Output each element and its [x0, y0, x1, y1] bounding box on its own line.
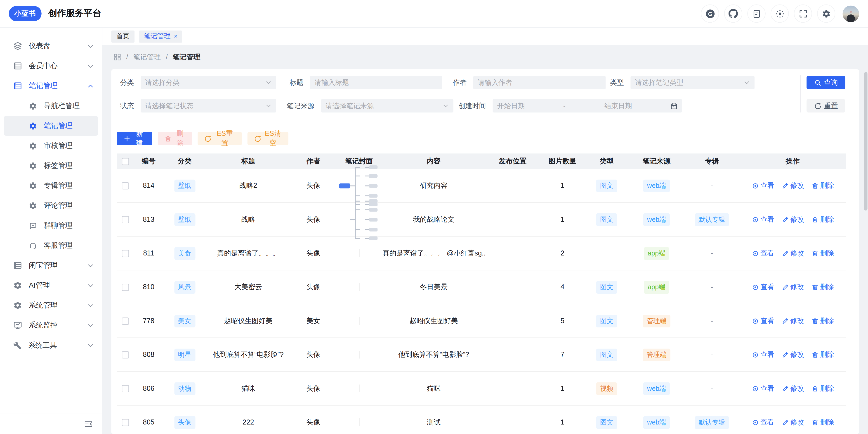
room-photo-thumbnail[interactable] [359, 249, 360, 257]
sidebar-item-navbar-management[interactable]: 导航栏管理 [4, 96, 98, 116]
sidebar-item-dashboard[interactable]: 仪表盘 [0, 36, 102, 56]
document-icon[interactable] [747, 4, 766, 23]
status-select[interactable]: 请选择笔记状态 [141, 99, 276, 112]
sidebar-item-comment-management[interactable]: 评论管理 [4, 196, 98, 215]
sidebar-item-system-management[interactable]: 系统管理 [0, 295, 102, 315]
es-reset-button[interactable]: ES重置 [197, 132, 242, 145]
edit-link[interactable]: 修改 [781, 215, 804, 224]
reset-button[interactable]: 重置 [807, 99, 845, 112]
trash-icon [811, 216, 818, 223]
view-link[interactable]: 查看 [751, 181, 774, 191]
cell-id: 811 [133, 249, 164, 257]
author-input[interactable] [473, 76, 606, 89]
view-link[interactable]: 查看 [751, 350, 774, 359]
row-checkbox[interactable] [122, 419, 129, 426]
title-input[interactable] [310, 76, 442, 89]
row-checkbox[interactable] [122, 182, 129, 190]
search-button[interactable]: 查询 [807, 76, 845, 89]
cell-title: 222 [206, 418, 291, 426]
chevron-down-icon [265, 79, 272, 86]
pencil-icon [781, 250, 789, 257]
landscape-photo-thumbnail[interactable] [359, 283, 360, 291]
category-badge: 壁纸 [174, 179, 195, 192]
view-link[interactable]: 查看 [751, 417, 774, 427]
cell-title: 战略2 [206, 181, 291, 191]
edit-link[interactable]: 修改 [781, 282, 804, 292]
trash-icon [164, 135, 172, 142]
view-link[interactable]: 查看 [751, 215, 774, 224]
row-checkbox[interactable] [122, 385, 129, 393]
park-photo-thumbnail[interactable] [359, 418, 360, 426]
collapse-sidebar-icon[interactable] [84, 419, 93, 428]
row-checkbox[interactable] [122, 317, 129, 325]
delete-link[interactable]: 删除 [811, 384, 834, 393]
delete-link[interactable]: 删除 [811, 249, 834, 258]
view-link[interactable]: 查看 [751, 282, 774, 292]
delete-link[interactable]: 删除 [811, 282, 834, 292]
github-icon[interactable] [724, 4, 742, 23]
edit-link[interactable]: 修改 [781, 316, 804, 326]
edit-link[interactable]: 修改 [781, 249, 804, 258]
sidebar-item-system-tools[interactable]: 系统工具 [0, 335, 102, 355]
grid-icon[interactable] [114, 53, 121, 61]
delete-link[interactable]: 删除 [811, 417, 834, 427]
app-logo[interactable]: 小蓝书 [9, 6, 41, 21]
gitee-icon[interactable] [701, 4, 719, 23]
delete-link[interactable]: 删除 [811, 316, 834, 326]
scrollbar-thumb[interactable] [864, 72, 868, 210]
breadcrumb-parent[interactable]: 笔记管理 [133, 52, 161, 62]
sidebar-item-note-management[interactable]: 笔记管理 [0, 76, 102, 96]
delete-link[interactable]: 删除 [811, 215, 834, 224]
delete-link[interactable]: 删除 [811, 181, 834, 191]
settings-icon[interactable] [817, 4, 835, 23]
row-checkbox[interactable] [122, 351, 129, 359]
woman-photo-thumbnail[interactable] [359, 317, 360, 325]
trash-icon [811, 284, 818, 291]
cell-id: 808 [133, 351, 164, 358]
close-icon[interactable]: × [174, 33, 178, 39]
table-row: 778 美女 赵昭仪生图好美 美女 赵昭仪生图好美 5 图文 管理端 - 查看 [117, 304, 846, 338]
source-select[interactable]: 请选择笔记来源 [321, 99, 453, 112]
user-avatar[interactable] [842, 5, 859, 22]
sidebar-item-groupchat-management[interactable]: 群聊管理 [4, 215, 98, 236]
delete-button[interactable]: 删除 [158, 132, 192, 145]
cell-content: 测试 [382, 417, 485, 427]
sidebar-item-member-center[interactable]: 会员中心 [0, 56, 102, 76]
sidebar-item-system-monitor[interactable]: 系统监控 [0, 315, 102, 335]
delete-link[interactable]: 删除 [811, 350, 834, 359]
sidebar-item-service-management[interactable]: 客服管理 [4, 236, 98, 256]
new-button[interactable]: 新建 [117, 132, 152, 145]
sidebar-item-ai-management[interactable]: AI管理 [0, 276, 102, 295]
edit-link[interactable]: 修改 [781, 350, 804, 359]
fullscreen-icon[interactable] [794, 4, 812, 23]
tab-home[interactable]: 首页 [111, 30, 134, 42]
view-link[interactable]: 查看 [751, 384, 774, 393]
sidebar-item-tag-management[interactable]: 标签管理 [4, 156, 98, 176]
view-link[interactable]: 查看 [751, 316, 774, 326]
sidebar-item-xianbao-management[interactable]: 闲宝管理 [0, 256, 102, 276]
edit-link[interactable]: 修改 [781, 417, 804, 427]
eye-icon [751, 284, 758, 291]
sidebar-item-review-management[interactable]: 审核管理 [4, 136, 98, 156]
edit-link[interactable]: 修改 [781, 181, 804, 191]
category-select[interactable]: 请选择分类 [141, 76, 276, 89]
sidebar-item-note-management-sub[interactable]: 笔记管理 [4, 116, 98, 136]
view-link[interactable]: 查看 [751, 249, 774, 258]
select-all-checkbox[interactable] [122, 158, 129, 165]
row-checkbox[interactable] [122, 284, 129, 291]
mindmap-thumbnail[interactable] [336, 183, 382, 256]
cat-photo-thumbnail[interactable] [359, 385, 360, 393]
tab-note-management[interactable]: 笔记管理 × [139, 30, 182, 42]
date-range-picker[interactable]: 开始日期 - 结束日期 [493, 99, 682, 112]
sidebar-item-album-management[interactable]: 专辑管理 [4, 176, 98, 196]
source-badge: 管理端 [643, 348, 670, 361]
row-checkbox[interactable] [122, 250, 129, 257]
edit-link[interactable]: 修改 [781, 384, 804, 393]
type-select[interactable]: 请选择笔记类型 [630, 76, 754, 89]
theme-icon[interactable] [771, 4, 789, 23]
es-clear-button[interactable]: ES清空 [248, 132, 288, 145]
type-badge: 图文 [596, 281, 617, 293]
portrait-photo-thumbnail[interactable] [359, 351, 360, 358]
row-checkbox[interactable] [122, 216, 129, 223]
table-row: 805 头像 222 头像 测试 1 图文 web端 默认专辑 查看 修改 [117, 406, 846, 434]
